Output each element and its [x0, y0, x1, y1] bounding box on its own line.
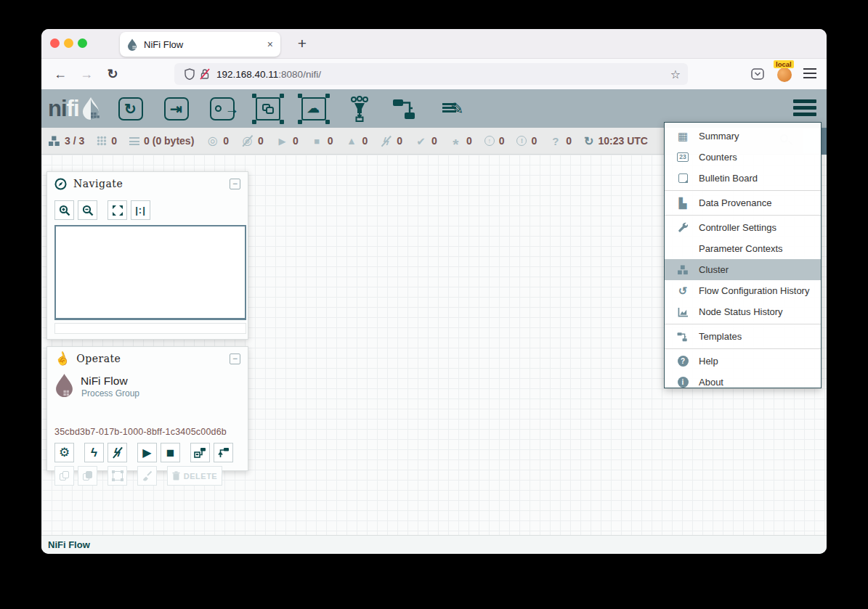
zoom-actual-button[interactable]: |:| [131, 200, 150, 220]
selected-component-type: Process Group [81, 388, 139, 398]
bookmark-star-icon[interactable]: ☆ [670, 68, 681, 81]
breadcrumb-root[interactable]: NiFi Flow [48, 539, 90, 550]
navigate-collapse-button[interactable]: − [230, 179, 240, 189]
statusbar-edge-decoration [821, 128, 827, 155]
tracking-shield-icon[interactable] [184, 68, 195, 80]
tab-close-icon[interactable]: × [267, 38, 273, 50]
output-port-component[interactable]: → [208, 95, 237, 123]
menu-item-node-status-history[interactable]: Node Status History [665, 301, 821, 322]
menu-item-flow-configuration-history[interactable]: ↺ Flow Configuration History [665, 280, 821, 301]
question-icon: ? [549, 136, 561, 147]
stale-arrow-icon: ↑ [484, 136, 495, 146]
menu-label: Cluster [699, 264, 729, 275]
menu-item-cluster[interactable]: Cluster [665, 259, 821, 280]
menu-label: Bulletin Board [699, 173, 758, 184]
pocket-icon[interactable] [750, 66, 766, 82]
menu-item-bulletin-board[interactable]: Bulletin Board [665, 168, 821, 189]
operate-header[interactable]: ☝ Operate − [47, 347, 248, 370]
lightning-icon: ϟ [91, 446, 97, 459]
zoom-out-icon [82, 205, 94, 216]
logo-droplet-icon [81, 97, 100, 121]
menu-label: Node Status History [699, 306, 783, 317]
configure-button[interactable]: ⚙ [54, 443, 74, 462]
operate-actions-row2: DELETE [54, 466, 222, 486]
menu-label: About [699, 377, 723, 388]
menu-label: Counters [699, 152, 737, 163]
nifi-logo: nifi [48, 97, 100, 121]
menu-item-parameter-contexts[interactable]: Parameter Contexts [665, 238, 821, 259]
enable-button[interactable]: ϟ [84, 443, 104, 462]
operate-title: Operate [76, 353, 121, 364]
processor-component[interactable]: ↻ [116, 95, 145, 123]
navigate-header[interactable]: Navigate − [47, 172, 248, 195]
menu-item-controller-settings[interactable]: Controller Settings [665, 217, 821, 238]
close-window-button[interactable] [50, 38, 60, 48]
remote-process-group-component[interactable]: ☁ [299, 95, 328, 123]
back-icon[interactable]: ← [49, 67, 72, 82]
minimize-window-button[interactable] [64, 38, 73, 48]
menu-label: Data Provenance [699, 197, 771, 208]
status-locally-modified-stale: ! 0 [516, 135, 537, 147]
color-button[interactable] [137, 466, 157, 486]
area-chart-icon [674, 307, 691, 317]
refresh-icon[interactable]: ↻ [584, 134, 593, 148]
menu-item-data-provenance[interactable]: ▙ Data Provenance [665, 192, 821, 213]
copy-button[interactable] [54, 466, 74, 486]
profile-avatar[interactable] [777, 68, 792, 82]
url-text[interactable]: 192.168.40.11:8080/nifi/ [216, 69, 321, 80]
birdseye-slider[interactable] [54, 323, 246, 334]
status-not-transmitting: ◎ 0 [241, 135, 264, 147]
status-invalid: ▲ 0 [345, 135, 368, 147]
provenance-icon: ▙ [674, 197, 691, 209]
save-template-button[interactable] [190, 443, 210, 462]
group-button[interactable] [108, 466, 127, 486]
menu-label: Flow Configuration History [699, 285, 809, 296]
menu-item-about[interactable]: i About [665, 372, 821, 393]
menu-item-help[interactable]: ? Help [665, 351, 821, 372]
disable-button[interactable]: ϟ [108, 443, 127, 462]
delete-button[interactable]: DELETE [167, 466, 222, 486]
start-button[interactable]: ▶ [137, 443, 157, 462]
cluster-icon [48, 136, 60, 147]
status-sync-failure: ? 0 [549, 135, 572, 147]
output-arrow-icon: → [225, 101, 240, 118]
label-component[interactable]: ✎ [437, 95, 466, 123]
paste-button[interactable] [78, 466, 97, 486]
menu-item-counters[interactable]: 23 Counters [665, 147, 821, 168]
upload-template-button[interactable] [214, 443, 233, 462]
bulletin-board-icon [674, 173, 691, 183]
stop-button[interactable]: ■ [161, 443, 180, 462]
browser-window: NiFi Flow × + ← → ↻ 192.168.40.11:8080/n… [41, 29, 827, 554]
funnel-component[interactable] [345, 95, 374, 123]
template-component[interactable] [391, 95, 420, 123]
zoom-in-icon [59, 205, 70, 216]
maximize-window-button[interactable] [78, 38, 87, 48]
summary-table-icon: ▦ [674, 130, 691, 143]
zoom-fit-button[interactable] [108, 200, 127, 220]
save-template-icon [194, 447, 206, 458]
profile-badge: local [774, 60, 794, 68]
menu-divider [665, 348, 821, 349]
upload-template-icon [217, 447, 230, 458]
process-group-droplet-icon [54, 372, 74, 399]
selected-component-id[interactable]: 35cbd3b7-017b-1000-8bff-1c3405c00d6b [54, 427, 227, 437]
browser-menu-icon[interactable] [803, 68, 816, 78]
menu-item-summary[interactable]: ▦ Summary [665, 126, 821, 147]
operate-collapse-button[interactable]: − [230, 353, 240, 364]
browser-tab[interactable]: NiFi Flow × [120, 32, 280, 57]
insecure-lock-icon[interactable] [200, 68, 210, 80]
birdseye-minimap[interactable] [54, 225, 246, 320]
input-port-component[interactable]: ⇥ [162, 95, 191, 123]
group-icon [113, 471, 123, 481]
global-menu-button[interactable] [793, 99, 816, 116]
status-running: ▶ 0 [276, 135, 299, 147]
reload-icon[interactable]: ↻ [101, 66, 124, 82]
menu-item-templates[interactable]: Templates [665, 326, 821, 347]
history-icon: ↺ [674, 285, 691, 298]
new-tab-button[interactable]: + [291, 33, 313, 55]
forward-icon[interactable]: → [75, 67, 98, 82]
url-bar[interactable]: 192.168.40.11:8080/nifi/ ☆ [174, 63, 688, 85]
zoom-in-button[interactable] [54, 200, 74, 220]
process-group-component[interactable] [253, 95, 283, 123]
zoom-out-button[interactable] [78, 200, 97, 220]
